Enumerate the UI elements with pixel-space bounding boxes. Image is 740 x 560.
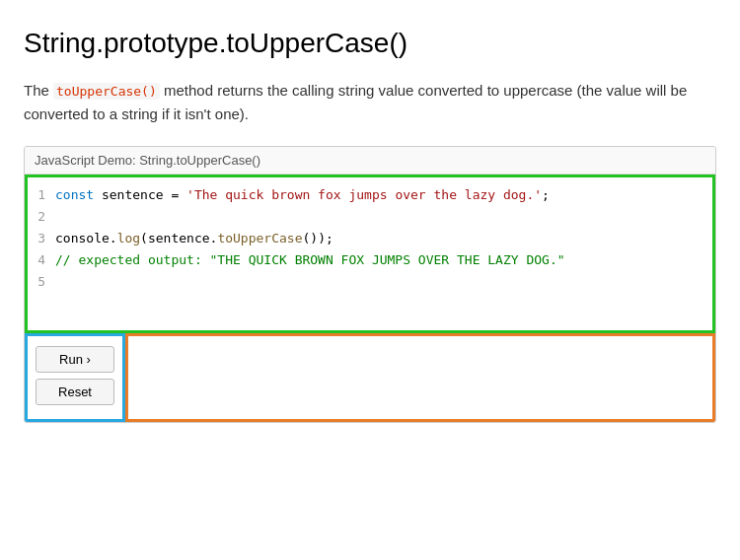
code-line-4: 4 // expected output: "THE QUICK BROWN F… <box>28 250 712 272</box>
line-content-3: console.log(sentence.toUpperCase()); <box>55 229 712 249</box>
bottom-section: Run › Reset <box>25 333 715 422</box>
code-line-5: 5 <box>28 272 712 294</box>
run-button[interactable]: Run › <box>36 346 114 373</box>
line-number-4: 4 <box>28 250 55 271</box>
line-content-2 <box>55 207 712 228</box>
code-inline-touppercase: toUpperCase() <box>53 83 160 100</box>
reset-button[interactable]: Reset <box>36 379 114 405</box>
code-editor: 1 const sentence = 'The quick brown fox … <box>28 177 712 330</box>
description-before: The <box>24 82 49 99</box>
code-editor-wrapper: 1 const sentence = 'The quick brown fox … <box>25 175 715 333</box>
page-title: String.prototype.toUpperCase() <box>24 28 716 59</box>
line-number-3: 3 <box>28 229 55 249</box>
line-content-5 <box>55 272 712 293</box>
line-content-1: const sentence = 'The quick brown fox ju… <box>55 185 712 206</box>
demo-label: JavaScript Demo: String.toUpperCase() <box>25 147 715 175</box>
code-line-3: 3 console.log(sentence.toUpperCase()); <box>28 229 712 250</box>
output-panel <box>125 333 715 422</box>
description: The toUpperCase() method returns the cal… <box>24 79 716 126</box>
line-number-2: 2 <box>28 207 55 228</box>
line-content-4: // expected output: "THE QUICK BROWN FOX… <box>55 250 712 271</box>
button-panel: Run › Reset <box>25 333 125 422</box>
demo-container: JavaScript Demo: String.toUpperCase() 1 … <box>24 146 716 423</box>
code-line-1: 1 const sentence = 'The quick brown fox … <box>28 185 712 207</box>
code-line-2: 2 <box>28 207 712 229</box>
line-number-1: 1 <box>28 185 55 206</box>
line-number-5: 5 <box>28 272 55 293</box>
